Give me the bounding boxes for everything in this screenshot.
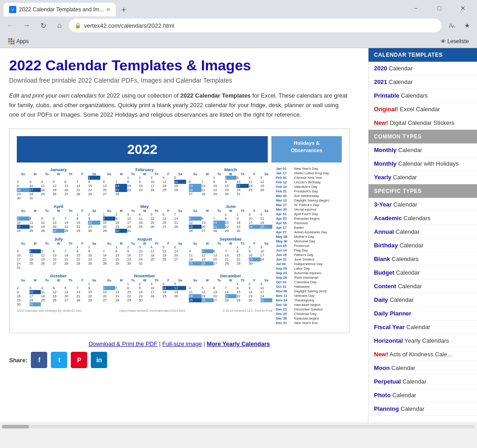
months-row-2: April SuMTuWThFSa 12 3456789 10111213141… — [17, 203, 272, 233]
address-text[interactable]: vertex42.com/calendars/2022.html — [84, 22, 436, 29]
holiday-name: Christmas Day — [294, 312, 316, 316]
bookmark-star-icon[interactable]: ★ — [461, 19, 473, 32]
holiday-date: Oct 31 — [276, 285, 292, 289]
month-july: July SuMTuWThFSa 12 3456789 101112131415… — [17, 236, 100, 270]
fullsize-image-link[interactable]: Full-size image — [162, 340, 202, 347]
holiday-item: Dec 26Kwanzaa begins — [276, 316, 342, 320]
share-linkedin-button[interactable]: in — [91, 352, 107, 368]
holiday-name: Daylight Saving (end) — [294, 289, 327, 293]
sidebar-item-specific-12[interactable]: Moon Calendar — [369, 361, 477, 375]
sidebar-item-normal-text: Calendars — [402, 215, 430, 222]
separator-2: | — [204, 340, 207, 347]
sidebar-item-specific-6[interactable]: Content Calendar — [369, 280, 477, 293]
sidebar-item-normal-text: Calendar — [399, 405, 424, 412]
sidebar-specific-header: SPECIFIC TYPES — [369, 184, 477, 198]
scrollbar-thumb[interactable] — [2, 425, 29, 428]
holiday-date: Feb 21 — [276, 189, 292, 193]
sidebar-item-specific-0[interactable]: 3-Year Calendar — [369, 198, 477, 212]
holiday-date: Jun 19 — [276, 253, 292, 257]
holiday-name: President's Day — [294, 189, 318, 193]
title-bar: V 2022 Calendar Templates and Im... × + … — [0, 0, 477, 16]
tab-close-button[interactable]: × — [107, 6, 110, 13]
month-december: December SuMTuWThFSa 123 45678910 111213… — [189, 272, 272, 306]
address-bar: ← → ↻ ⌂ 🔒 vertex42.com/calendars/2022.ht… — [0, 16, 477, 34]
holiday-item: Dec 21December Solstice — [276, 307, 342, 311]
new-tab-button[interactable]: + — [118, 4, 130, 16]
sidebar-item-specific-3[interactable]: Birthday Calendar — [369, 239, 477, 252]
holiday-name: Columbus Day — [294, 280, 316, 284]
sidebar-item-bold-text: Planning — [374, 405, 399, 412]
sidebar-item-normal-text: Calendars — [390, 256, 418, 262]
sidebar-item-bold-text: Printable — [374, 92, 399, 99]
reload-button[interactable]: ↻ — [36, 19, 50, 32]
sidebar-main-header: CALENDAR TEMPLATES — [369, 48, 477, 62]
sidebar-item-specific-11[interactable]: New! Acts of Kindness Cale... — [369, 348, 477, 361]
sidebar-item-specific-14[interactable]: Photo Calendar — [369, 389, 477, 402]
holiday-item: May 30Memorial Day — [276, 239, 342, 243]
holiday-date: Dec 25 — [276, 312, 292, 316]
holidays-column: Jan 01New Year's DayJan 17Martin Luther … — [276, 166, 342, 325]
browser-tab[interactable]: V 2022 Calendar Templates and Im... × — [4, 3, 116, 16]
holiday-item: Feb 14Valentine's Day — [276, 185, 342, 189]
sidebar-item-top-4[interactable]: New! Digital Calendar Stickers — [369, 116, 477, 130]
more-calendars-link[interactable]: More Yearly Calendars — [207, 340, 270, 347]
holiday-item: Nov 06Daylight Saving (end) — [276, 289, 342, 293]
maximize-button[interactable]: □ — [429, 0, 450, 16]
horizontal-scrollbar[interactable] — [0, 423, 477, 430]
sidebar-item-top-3[interactable]: Original! Excel Calendar — [369, 103, 477, 116]
holiday-item: Jun 05Pentecost — [276, 244, 342, 248]
holiday-date: Apr 16 — [276, 221, 292, 225]
sidebar-item-bold-text: Content — [374, 283, 396, 290]
translate-icon[interactable]: AA — [446, 19, 459, 32]
sidebar-item-bold-text: Photo — [374, 392, 391, 399]
apps-bookmark[interactable]: Apps — [5, 37, 32, 45]
sidebar-item-specific-5[interactable]: Budget Calendar — [369, 266, 477, 280]
sidebar-item-common-1[interactable]: Monthly Calendar with Holidays — [369, 157, 477, 171]
month-january: January SuMTuWThFSa 1 2345678 9101112131… — [17, 166, 100, 200]
sidebar-item-specific-13[interactable]: Perpetual Calendar — [369, 375, 477, 389]
month-september: September SuMTuWThFSa 123 45678910 11121… — [189, 236, 272, 270]
sidebar-item-common-2[interactable]: Yearly Calendar — [369, 171, 477, 184]
holiday-name: Ramadan begins — [294, 217, 320, 221]
sidebar-item-common-0[interactable]: Monthly Calendar — [369, 143, 477, 157]
sidebar-item-specific-15[interactable]: Planning Calendar — [369, 402, 477, 416]
holiday-name: Veterans Day — [294, 294, 315, 298]
holiday-date: Apr 17 — [276, 226, 292, 230]
sidebar-item-top-2[interactable]: Printable Calendars — [369, 89, 477, 103]
holiday-item: Dec 25Christmas Day — [276, 312, 342, 316]
leseliste-label: Leseliste — [447, 38, 469, 44]
sidebar-item-specific-4[interactable]: Blank Calendars — [369, 252, 477, 266]
share-bar: Share: f t P in — [9, 352, 349, 368]
sidebar-item-normal-text: Calendar — [388, 296, 413, 303]
sidebar-item-specific-8[interactable]: Daily Planner — [369, 307, 477, 320]
leseliste-button[interactable]: 👁 Leseliste — [437, 37, 472, 45]
sidebar-item-specific-10[interactable]: Horizontal Yearly Calendars — [369, 334, 477, 348]
back-button[interactable]: ← — [4, 19, 17, 32]
main-scroll-area[interactable]: 2022 Calendar Templates & Images Downloa… — [0, 48, 368, 423]
share-twitter-button[interactable]: t — [51, 352, 67, 368]
home-button[interactable]: ⌂ — [53, 19, 66, 32]
sidebar-item-specific-1[interactable]: Academic Calendars — [369, 212, 477, 225]
separator-1: | — [159, 340, 162, 347]
share-pinterest-button[interactable]: P — [71, 352, 87, 368]
month-august: August SuMTuWThFSa 123456 78910111213 14… — [103, 236, 187, 270]
holiday-name: Chinese New Year — [294, 176, 322, 180]
holiday-date: Dec 18 — [276, 303, 292, 307]
minimize-button[interactable]: − — [405, 0, 426, 16]
forward-button[interactable]: → — [20, 19, 34, 32]
sidebar-item-top-1[interactable]: 2021 Calendar — [369, 75, 477, 89]
holiday-name: Pentecost — [294, 244, 309, 248]
sidebar-item-normal-text: Calendar — [394, 228, 419, 235]
footer-left: 2022 Calendar with Holidays by Vertex42.… — [17, 309, 82, 312]
sidebar-item-bold-text: Birthday — [374, 242, 398, 249]
download-pdf-link[interactable]: Download & Print the PDF — [89, 340, 157, 347]
sidebar-item-top-0[interactable]: 2020 Calendar — [369, 62, 477, 75]
sidebar-item-specific-2[interactable]: Annual Calendar — [369, 225, 477, 239]
sidebar-item-specific-9[interactable]: Fiscal Year Calendar — [369, 320, 477, 334]
sidebar-item-bold-text: Blank — [374, 256, 390, 262]
close-window-button[interactable]: ✕ — [452, 0, 473, 16]
sidebar-item-specific-7[interactable]: Daily Calendar — [369, 293, 477, 307]
holiday-date: Apr 03 — [276, 217, 292, 221]
share-facebook-button[interactable]: f — [31, 352, 47, 368]
holiday-item: Feb 21President's Day — [276, 189, 342, 193]
